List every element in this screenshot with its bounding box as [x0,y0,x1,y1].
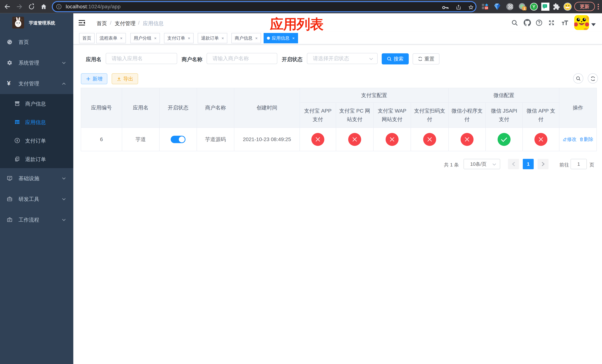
svg-text:1: 1 [524,7,525,10]
svg-text:¥: ¥ [16,139,18,142]
svg-text:10: 10 [485,7,488,10]
